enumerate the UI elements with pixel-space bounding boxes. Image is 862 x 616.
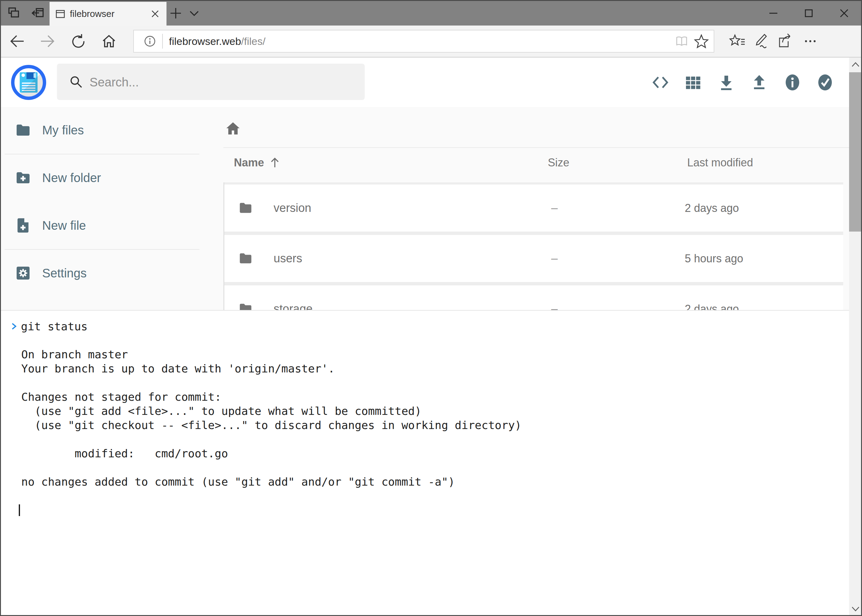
search-box[interactable] [57, 64, 365, 100]
tab-filebrowser[interactable]: filebrowser [50, 2, 167, 25]
file-size: – [551, 235, 558, 282]
share-button[interactable] [775, 32, 794, 51]
folder-icon [14, 121, 32, 139]
tab-bar: filebrowser [1, 1, 861, 25]
scrollbar-down-button[interactable] [849, 602, 862, 616]
file-modified: 2 days ago [685, 184, 739, 232]
raw-view-button[interactable] [650, 72, 671, 93]
gear-icon [14, 264, 32, 282]
column-header-modified[interactable]: Last modified [687, 156, 753, 169]
scrollbar-up-button[interactable] [849, 58, 862, 72]
forward-icon [39, 33, 55, 49]
column-header-size[interactable]: Size [548, 156, 569, 169]
sidebar-item-label: Settings [42, 266, 87, 280]
upload-button[interactable] [749, 72, 769, 93]
back-button[interactable] [8, 32, 27, 51]
browser-window: filebrowser [0, 0, 862, 616]
prompt-chevron-icon [10, 322, 18, 331]
ellipsis-icon [802, 33, 819, 50]
set-tabs-aside-button[interactable] [29, 5, 46, 22]
file-row-users[interactable]: users – 5 hours ago [224, 235, 843, 282]
home-button[interactable] [99, 32, 118, 51]
hub-favorites-icon [729, 33, 746, 50]
file-size: – [551, 184, 558, 232]
terminal-command: git status [21, 320, 88, 333]
tab-title: filebrowser [70, 9, 150, 19]
sidebar-item-new-folder[interactable]: New folder [1, 167, 199, 189]
file-name: users [274, 235, 302, 282]
folder-plus-icon [14, 169, 32, 186]
chevron-down-icon [188, 7, 201, 20]
url-domain: filebrowser.web [169, 35, 241, 47]
code-brackets-icon [651, 73, 670, 92]
search-icon [69, 74, 84, 89]
check-circle-icon [816, 73, 835, 92]
plus-icon [169, 7, 182, 20]
info-circle-icon [783, 73, 802, 92]
url-path: /files/ [241, 35, 265, 47]
page-scrollbar[interactable] [849, 58, 862, 616]
reading-view-icon[interactable] [674, 34, 689, 49]
sidebar-item-settings[interactable]: Settings [1, 262, 199, 284]
tab-preview-icon [7, 6, 22, 20]
file-name: version [274, 184, 312, 232]
grid-view-button[interactable] [683, 72, 703, 93]
download-icon [717, 73, 736, 92]
close-window-button[interactable] [834, 3, 854, 23]
search-input[interactable] [89, 64, 355, 101]
new-tab-button[interactable] [167, 5, 184, 22]
info-button[interactable] [782, 72, 803, 93]
tab-preview-button[interactable] [6, 5, 23, 22]
sidebar-item-new-file[interactable]: New file [1, 215, 199, 236]
hub-button[interactable] [728, 32, 747, 51]
address-bar[interactable]: filebrowser.web/files/ [133, 30, 714, 53]
minimize-icon [768, 8, 779, 19]
settings-more-button[interactable] [801, 32, 820, 51]
terminal-output: On branch master Your branch is up to da… [21, 333, 522, 489]
set-tabs-aside-icon [30, 6, 45, 20]
column-header-name[interactable]: Name [234, 156, 281, 169]
folder-icon [238, 251, 253, 266]
file-modified: 5 hours ago [685, 235, 743, 282]
refresh-button[interactable] [69, 32, 88, 51]
site-info-icon[interactable] [142, 34, 157, 49]
folder-icon [238, 200, 253, 215]
sidebar-item-label: My files [42, 123, 84, 137]
filebrowser-logo[interactable] [11, 65, 46, 100]
sidebar-divider [5, 249, 199, 250]
page-icon [55, 9, 66, 19]
file-plus-icon [14, 217, 32, 234]
back-icon [9, 33, 25, 49]
pen-icon [753, 33, 770, 50]
sort-ascending-icon [269, 157, 281, 168]
sidebar-item-label: New folder [42, 171, 101, 185]
terminal-panel[interactable]: git status On branch master Your branch … [1, 310, 849, 616]
select-multiple-button[interactable] [815, 72, 835, 93]
web-note-button[interactable] [752, 32, 771, 51]
tab-close-button[interactable] [150, 9, 160, 19]
refresh-icon [71, 33, 87, 49]
forward-button[interactable] [38, 32, 57, 51]
url-text[interactable]: filebrowser.web/files/ [169, 30, 266, 52]
favorite-star-icon[interactable] [693, 33, 709, 49]
grid-icon [684, 74, 702, 91]
upload-icon [750, 73, 769, 92]
file-row-version[interactable]: version – 2 days ago [224, 184, 843, 232]
sidebar-divider [5, 154, 199, 154]
listing-divider [224, 147, 849, 148]
sidebar-item-label: New file [42, 218, 86, 233]
maximize-button[interactable] [799, 3, 819, 23]
download-button[interactable] [716, 72, 736, 93]
scrollbar-thumb[interactable] [849, 72, 862, 232]
address-separator [162, 34, 163, 49]
minimize-button[interactable] [764, 3, 783, 23]
share-icon [777, 33, 794, 50]
home-icon [101, 33, 117, 49]
terminal-prompt-line: git status [10, 319, 88, 333]
maximize-icon [803, 8, 814, 19]
breadcrumb-home-icon[interactable] [225, 120, 241, 137]
sidebar-item-my-files[interactable]: My files [1, 119, 199, 141]
terminal-cursor [19, 504, 20, 516]
tab-list-dropdown-button[interactable] [186, 5, 203, 22]
close-icon [838, 8, 850, 19]
